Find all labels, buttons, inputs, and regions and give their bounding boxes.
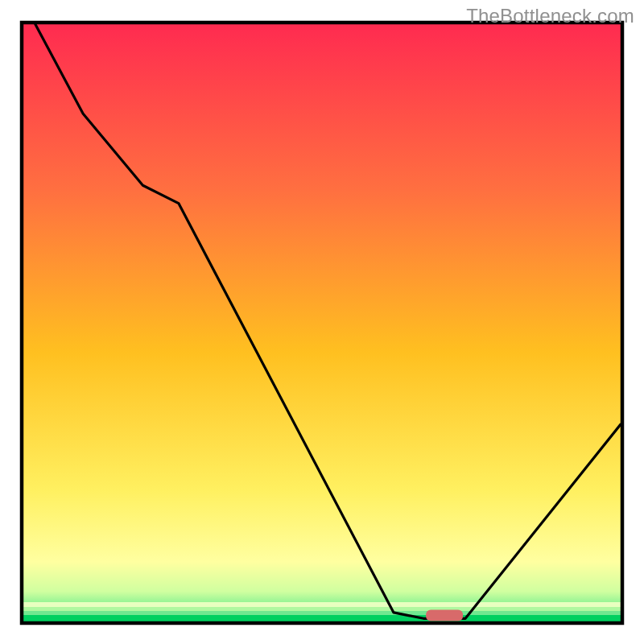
chart-svg xyxy=(0,0,644,644)
optimal-marker xyxy=(426,610,463,621)
svg-rect-2 xyxy=(23,607,621,611)
svg-rect-3 xyxy=(23,611,621,615)
bottleneck-chart: TheBottleneck.com xyxy=(0,0,644,644)
watermark-text: TheBottleneck.com xyxy=(466,5,634,27)
plot-background xyxy=(23,24,621,621)
svg-rect-4 xyxy=(23,615,621,621)
bottom-bands xyxy=(23,602,621,621)
svg-rect-1 xyxy=(23,602,621,607)
